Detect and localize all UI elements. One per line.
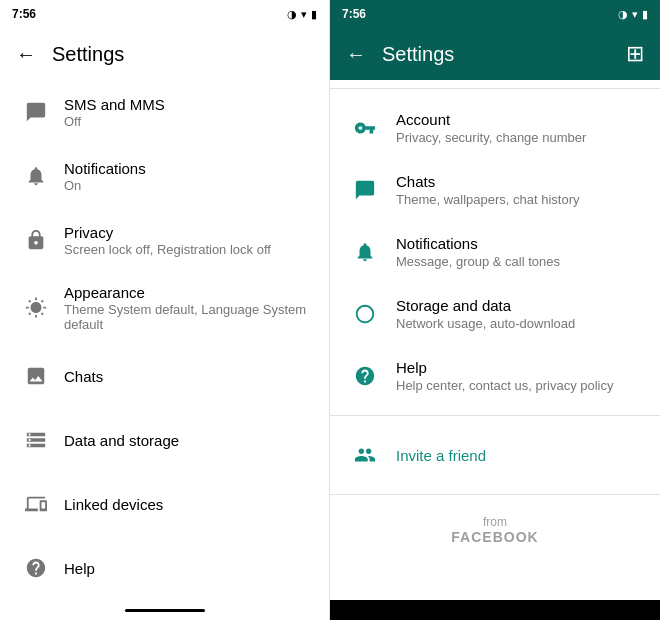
bell-icon-left xyxy=(16,156,56,196)
help-text-left: Help xyxy=(64,560,313,577)
status-time-left: 7:56 xyxy=(12,7,36,21)
top-divider xyxy=(330,88,660,89)
storage-text: Storage and data Network usage, auto-dow… xyxy=(396,297,644,331)
notifications-subtitle-right: Message, group & call tones xyxy=(396,254,644,269)
chats-text-left: Chats xyxy=(64,368,313,385)
invite-title: Invite a friend xyxy=(396,447,486,464)
settings-item-data[interactable]: Data and storage xyxy=(0,408,329,472)
account-subtitle: Privacy, security, change number xyxy=(396,130,644,145)
brightness-icon-right: ◑ xyxy=(618,8,628,21)
left-panel: 7:56 ◑ ▾ ▮ ← Settings SMS and MMS Off xyxy=(0,0,330,620)
qr-code-icon[interactable]: ⊞ xyxy=(626,41,644,67)
help-circle-icon-right xyxy=(346,357,384,395)
appearance-subtitle: Theme System default, Language System de… xyxy=(64,302,313,332)
sms-subtitle: Off xyxy=(64,114,313,129)
privacy-text: Privacy Screen lock off, Registration lo… xyxy=(64,224,313,257)
page-title-right: Settings xyxy=(382,43,626,66)
chat-icon xyxy=(16,92,56,132)
header-left: ← Settings xyxy=(0,28,329,80)
linked-text: Linked devices xyxy=(64,496,313,513)
status-icons-right: ◑ ▾ ▮ xyxy=(618,8,648,21)
battery-icon-right: ▮ xyxy=(642,8,648,21)
lock-icon xyxy=(16,220,56,260)
settings-item-chats-right[interactable]: Chats Theme, wallpapers, chat history xyxy=(330,159,660,221)
people-icon xyxy=(346,436,384,474)
header-right: ← Settings ⊞ xyxy=(330,28,660,80)
chats-text-right: Chats Theme, wallpapers, chat history xyxy=(396,173,644,207)
chats-title-left: Chats xyxy=(64,368,313,385)
chats-icon-right xyxy=(346,171,384,209)
status-bar-right: 7:56 ◑ ▾ ▮ xyxy=(330,0,660,28)
home-indicator-left xyxy=(0,600,329,620)
settings-item-linked[interactable]: Linked devices xyxy=(0,472,329,536)
linked-title: Linked devices xyxy=(64,496,313,513)
facebook-footer: from FACEBOOK xyxy=(330,503,660,557)
help-subtitle-right: Help center, contact us, privacy policy xyxy=(396,378,644,393)
settings-item-privacy[interactable]: Privacy Screen lock off, Registration lo… xyxy=(0,208,329,272)
appearance-title: Appearance xyxy=(64,284,313,301)
right-panel: 7:56 ◑ ▾ ▮ ← Settings ⊞ Account Privacy,… xyxy=(330,0,660,620)
status-icons-left: ◑ ▾ ▮ xyxy=(287,8,317,21)
chats-subtitle-right: Theme, wallpapers, chat history xyxy=(396,192,644,207)
status-bar-left: 7:56 ◑ ▾ ▮ xyxy=(0,0,329,28)
settings-item-notifications-right[interactable]: Notifications Message, group & call tone… xyxy=(330,221,660,283)
notifications-text: Notifications On xyxy=(64,160,313,193)
sun-icon xyxy=(16,288,56,328)
bell-icon-right xyxy=(346,233,384,271)
settings-item-sms[interactable]: SMS and MMS Off xyxy=(0,80,329,144)
help-circle-icon-left xyxy=(16,548,56,588)
settings-item-chats-left[interactable]: Chats xyxy=(0,344,329,408)
help-title-left: Help xyxy=(64,560,313,577)
data-title: Data and storage xyxy=(64,432,313,449)
notifications-title: Notifications xyxy=(64,160,313,177)
sms-title: SMS and MMS xyxy=(64,96,313,113)
settings-item-invite[interactable]: Invite a friend xyxy=(330,424,660,486)
settings-item-appearance[interactable]: Appearance Theme System default, Languag… xyxy=(0,272,329,344)
notifications-subtitle: On xyxy=(64,178,313,193)
chats-title-right: Chats xyxy=(396,173,644,190)
account-text: Account Privacy, security, change number xyxy=(396,111,644,145)
settings-item-account[interactable]: Account Privacy, security, change number xyxy=(330,97,660,159)
status-time-right: 7:56 xyxy=(342,7,366,21)
privacy-subtitle: Screen lock off, Registration lock off xyxy=(64,242,313,257)
bottom-bar-right xyxy=(330,600,660,620)
settings-list-left: SMS and MMS Off Notifications On Privacy… xyxy=(0,80,329,600)
data-text: Data and storage xyxy=(64,432,313,449)
right-content: Account Privacy, security, change number… xyxy=(330,80,660,600)
settings-item-notifications[interactable]: Notifications On xyxy=(0,144,329,208)
help-title-right: Help xyxy=(396,359,644,376)
brightness-icon: ◑ xyxy=(287,8,297,21)
settings-item-help-right[interactable]: Help Help center, contact us, privacy po… xyxy=(330,345,660,407)
settings-item-help-left[interactable]: Help xyxy=(0,536,329,600)
appearance-text: Appearance Theme System default, Languag… xyxy=(64,284,313,332)
back-button-left[interactable]: ← xyxy=(16,43,36,66)
from-label: from xyxy=(346,515,644,529)
sms-text: SMS and MMS Off xyxy=(64,96,313,129)
bottom-divider xyxy=(330,494,660,495)
home-bar xyxy=(125,609,205,612)
storage-icon-left xyxy=(16,420,56,460)
key-icon xyxy=(346,109,384,147)
image-icon xyxy=(16,356,56,396)
privacy-title: Privacy xyxy=(64,224,313,241)
wifi-icon: ▾ xyxy=(301,8,307,21)
facebook-brand-label: FACEBOOK xyxy=(346,529,644,545)
settings-item-storage[interactable]: Storage and data Network usage, auto-dow… xyxy=(330,283,660,345)
back-button-right[interactable]: ← xyxy=(346,43,366,66)
help-text-right: Help Help center, contact us, privacy po… xyxy=(396,359,644,393)
wifi-icon-right: ▾ xyxy=(632,8,638,21)
middle-divider xyxy=(330,415,660,416)
page-title-left: Settings xyxy=(52,43,124,66)
storage-circle-icon xyxy=(346,295,384,333)
storage-title: Storage and data xyxy=(396,297,644,314)
battery-icon: ▮ xyxy=(311,8,317,21)
notifications-text-right: Notifications Message, group & call tone… xyxy=(396,235,644,269)
notifications-title-right: Notifications xyxy=(396,235,644,252)
storage-subtitle: Network usage, auto-download xyxy=(396,316,644,331)
account-title: Account xyxy=(396,111,644,128)
devices-icon xyxy=(16,484,56,524)
